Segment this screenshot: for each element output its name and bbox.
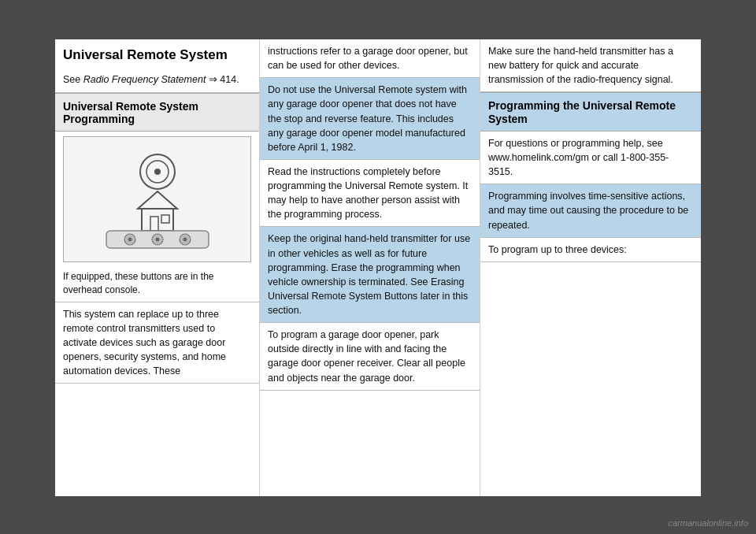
svg-point-12 — [155, 238, 159, 242]
col3-prog-block-1: Programming involves time-sensitive acti… — [480, 184, 701, 237]
col3-intro: Make sure the hand-held transmitter has … — [480, 39, 701, 92]
col3-prog-title: Programming the Universal Remote System — [480, 92, 701, 132]
page-container: Universal Remote System See Radio Freque… — [55, 39, 701, 496]
main-title: Universal Remote System — [55, 39, 259, 68]
watermark: carmanualonline.info — [668, 518, 748, 528]
col2-block-4: To program a garage door opener, park ou… — [260, 323, 480, 391]
col2-block-3: Keep the original hand-held transmitter … — [260, 227, 480, 323]
col1-body-text: This system can replace up to three remo… — [55, 302, 259, 384]
svg-marker-3 — [138, 191, 177, 209]
sub-title: Universal Remote System Programming — [55, 93, 259, 132]
col3-prog-block-2: To program up to three devices: — [480, 238, 701, 262]
svg-rect-5 — [150, 217, 158, 231]
col3-prog-block-0: For questions or programming help, see w… — [480, 132, 701, 184]
column-2: instructions refer to a garage door open… — [260, 39, 480, 496]
col2-block-2: Read the instructions completely before … — [260, 160, 480, 228]
ref-text: See — [63, 74, 83, 85]
column-1: Universal Remote System See Radio Freque… — [55, 39, 260, 496]
svg-point-2 — [154, 169, 161, 175]
ref-italic: Radio Frequency Statement — [83, 74, 206, 85]
ref-page: ⇒ 414. — [206, 74, 239, 85]
svg-rect-6 — [161, 215, 169, 223]
remote-svg — [94, 148, 220, 250]
svg-point-11 — [128, 238, 132, 242]
image-caption: If equipped, these buttons are in the ov… — [55, 267, 259, 302]
remote-image — [63, 136, 251, 262]
svg-point-13 — [183, 238, 187, 242]
column-3: Make sure the hand-held transmitter has … — [480, 39, 701, 496]
col2-block-0: instructions refer to a garage door open… — [260, 39, 480, 78]
col2-block-1: Do not use the Universal Remote system w… — [260, 78, 480, 160]
ref-block: See Radio Frequency Statement ⇒ 414. — [55, 68, 259, 92]
svg-rect-4 — [142, 209, 173, 231]
